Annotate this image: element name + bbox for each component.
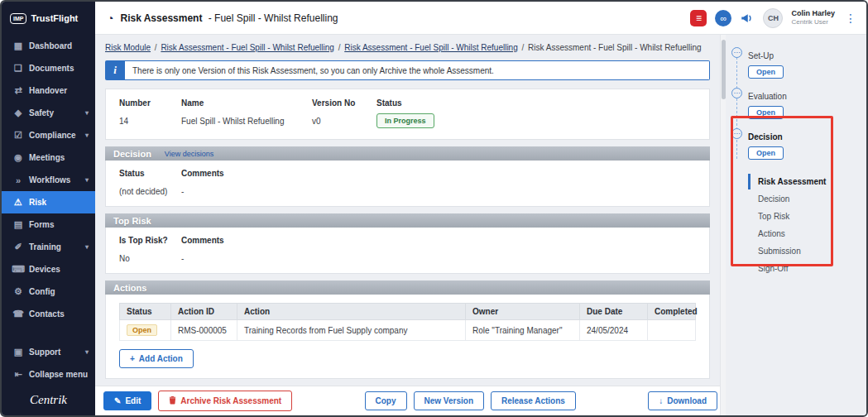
copy-button-label: Copy [376,396,396,405]
sidebar: IMP TrustFlight ▦ Dashboard ❏ Documents … [2,2,95,415]
sidebar-item-label: Training [29,242,61,252]
edit-button-label: Edit [125,396,141,405]
subnav-item-top-risk[interactable]: Top Risk [748,208,866,224]
download-icon: ↓ [659,397,663,405]
sidebar-item-support[interactable]: ▣ Support ▾ [2,341,95,363]
download-button[interactable]: ↓ Download [648,391,717,410]
sidebar-item-dashboard[interactable]: ▦ Dashboard [2,35,95,57]
action-id-cell: RMS-000005 [171,320,237,341]
avatar[interactable]: CH [763,8,783,28]
column-header-due-date[interactable]: Due Date [580,304,648,320]
top-risk-section-title: Top Risk [113,216,151,226]
pencil-icon: ✎ [114,397,121,405]
chevron-down-icon: ▾ [85,348,89,356]
sidebar-item-contacts[interactable]: ☎ Contacts [2,303,95,325]
user-menu[interactable]: Colin Harley Centrik User [791,9,835,26]
info-icon: i [105,60,125,80]
new-version-button[interactable]: New Version [414,391,484,410]
assessment-details-card: Number 14 Name Fuel Spill - Whilst Refue… [105,89,710,140]
sidebar-item-forms[interactable]: ▤ Forms [2,213,95,236]
training-icon: ✐ [12,242,25,252]
main-content: Risk Module Risk Assessment - Fuel Spill… [95,35,720,386]
actions-section-header: Actions [105,280,710,295]
sidebar-item-training[interactable]: ✐ Training ▾ [2,236,95,258]
workflow-stepper-panel: ⋯ Set-Up Open ⋯ Evaluation Open ⋯ Decisi… [726,35,866,415]
alerts-icon[interactable]: ≡ [690,10,707,26]
table-row[interactable]: Open RMS-000005 Training Records from Fu… [120,320,696,341]
name-label: Name [181,98,312,108]
footer-action-bar: ✎ Edit Archive Risk Assessment Copy New … [95,386,726,415]
top-risk-comments-label: Comments [181,236,224,245]
breadcrumb-link[interactable]: Risk Assessment - Fuel Spill - Whilst Re… [344,43,518,52]
edit-button[interactable]: ✎ Edit [103,391,151,410]
action-cell: Training Records from Fuel Supply compan… [237,320,466,341]
sidebar-item-risk[interactable]: ⚠ Risk [2,191,95,213]
page-title: Risk Assessment - Fuel Spill - Whilst Re… [120,12,338,24]
action-status-badge: Open [127,324,157,336]
open-set-up-button[interactable]: Open [748,65,784,79]
info-banner-text: There is only one Version of this Risk A… [125,60,710,80]
add-action-button[interactable]: + Add Action [119,349,194,368]
breadcrumb-link[interactable]: Risk Module [105,43,151,52]
sidebar-item-documents[interactable]: ❏ Documents [2,57,95,79]
step-ellipsis-icon: ⋯ [731,88,742,98]
chevron-down-icon: ▾ [85,243,89,251]
sidebar-item-devices[interactable]: ⌨ Devices [2,258,95,280]
sidebar-item-compliance[interactable]: ☑ Compliance ▾ [2,124,95,146]
safety-icon: ◈ [12,108,25,118]
due-date-cell: 24/05/2024 [580,320,648,341]
view-decisions-link[interactable]: View decisions [165,150,213,158]
subnav-item-submission[interactable]: Submission [748,243,866,259]
open-decision-button[interactable]: Open [748,146,784,160]
sidebar-item-safety[interactable]: ◈ Safety ▾ [2,102,95,124]
version-value: v0 [312,117,376,126]
copy-button[interactable]: Copy [365,391,407,410]
release-actions-button[interactable]: Release Actions [491,391,576,410]
meetings-icon: ◉ [12,152,25,163]
name-value: Fuel Spill - Whilst Refuelling [181,117,312,126]
sidebar-item-workflows[interactable]: » Workflows ▾ [2,169,95,191]
decision-section-header: Decision View decisions [105,146,710,161]
risk-icon: ⚠ [12,197,25,208]
sidebar-item-handover[interactable]: ⇄ Handover [2,79,95,102]
column-header-completed[interactable]: Completed [648,304,696,320]
sidebar-item-label: Documents [29,64,74,73]
support-icon: ▣ [12,347,25,357]
kebab-menu-icon[interactable]: ⋮ [843,12,858,25]
sidebar-item-config[interactable]: ⚙ Config [2,280,95,303]
is-top-risk-label: Is Top Risk? [119,236,181,245]
step-label: Decision [748,132,783,141]
sidebar-item-label: Contacts [29,309,65,319]
column-header-action-id[interactable]: Action ID [171,304,237,320]
top-bar: ◔ Risk Assessment - Fuel Spill - Whilst … [95,2,866,35]
decision-comments-label: Comments [181,169,224,178]
breadcrumb-link[interactable]: Risk Assessment - Fuel Spill - Whilst Re… [161,43,334,52]
sidebar-item-meetings[interactable]: ◉ Meetings [2,146,95,169]
centrik-logo: Centrik [30,393,67,406]
subnav-item-sign-off[interactable]: Sign-Off [748,261,866,276]
sidebar-item-collapse-menu[interactable]: ⇤ Collapse menu [2,363,95,386]
subnav-item-actions[interactable]: Actions [748,226,866,242]
link-icon[interactable]: ∞ [715,10,731,26]
sidebar-item-label: Safety [29,108,54,117]
top-risk-comments-value: - [181,254,224,263]
column-header-owner[interactable]: Owner [466,304,580,320]
step-ellipsis-icon: ⋯ [731,47,742,58]
open-evaluation-button[interactable]: Open [748,106,784,119]
sidebar-item-label: Devices [29,265,60,274]
archive-button-label: Archive Risk Assessment [180,396,281,405]
status-badge: In Progress [376,113,434,128]
column-header-status[interactable]: Status [120,304,171,320]
sidebar-spacer [2,325,95,341]
column-header-action[interactable]: Action [237,304,466,320]
subnav-item-risk-assessment[interactable]: Risk Assessment [748,174,866,189]
announcement-icon[interactable] [740,11,755,26]
breadcrumb: Risk Module Risk Assessment - Fuel Spill… [105,43,710,52]
subnav-item-decision[interactable]: Decision [748,191,866,207]
imp-logo-badge: IMP [10,13,26,24]
archive-risk-assessment-button[interactable]: Archive Risk Assessment [158,391,292,411]
decision-section-body: Status (not decided) Comments - [105,161,710,207]
documents-icon: ❏ [12,63,25,74]
step-evaluation: ⋯ Evaluation [726,88,866,103]
vertical-scrollbar-track[interactable] [720,35,726,415]
